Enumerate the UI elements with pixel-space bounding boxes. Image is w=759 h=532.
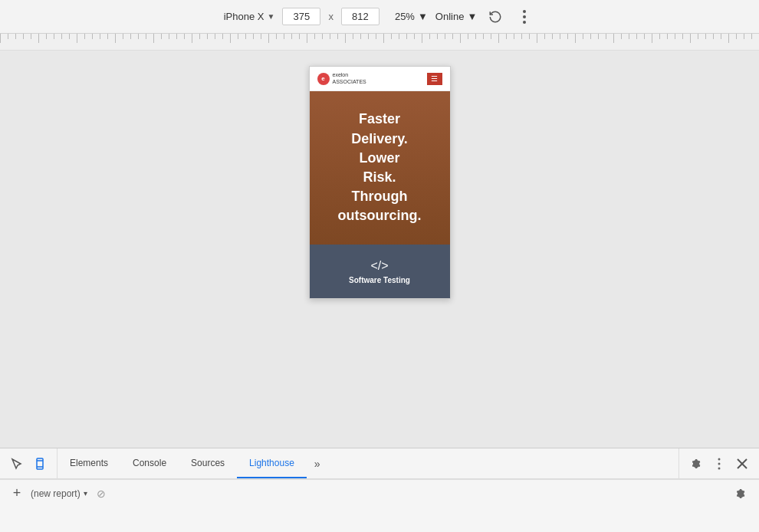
device-name-label: iPhone X (224, 11, 264, 22)
devtools-tabs-bar: Elements Console Sources Lighthouse » (0, 448, 759, 479)
devtools-right-icons (678, 448, 759, 478)
service-code-icon: </> (370, 259, 388, 273)
logo-letter: e (321, 75, 324, 82)
zoom-selector[interactable]: 25% ▼ (395, 11, 428, 22)
svg-point-8 (718, 467, 721, 469)
svg-point-6 (718, 458, 721, 460)
phone-service-section: </> Software Testing (310, 245, 450, 298)
ruler-ticks (0, 34, 759, 50)
logo-text: exelon ASSOCIATES (333, 72, 366, 85)
close-devtools-button[interactable] (731, 453, 753, 475)
cancel-report-button[interactable]: ⊘ (94, 486, 109, 501)
tab-console[interactable]: Console (120, 448, 179, 478)
svg-point-1 (523, 15, 526, 18)
phone-preview: e exelon ASSOCIATES ☰ FasterDelivery.Low… (309, 66, 451, 299)
device-toggle-button[interactable] (29, 453, 51, 475)
more-tabs-icon: » (314, 458, 320, 470)
dimension-separator: x (328, 11, 334, 22)
tab-elements[interactable]: Elements (58, 448, 120, 478)
report-chevron-icon: ▾ (84, 489, 87, 498)
more-button[interactable] (514, 6, 535, 28)
logo-name: exelon (333, 72, 366, 78)
svg-point-2 (523, 21, 526, 24)
viewport-area: e exelon ASSOCIATES ☰ FasterDelivery.Low… (0, 51, 759, 448)
zoom-chevron-icon: ▼ (418, 11, 428, 22)
kebab-menu-button[interactable] (708, 453, 730, 475)
add-icon: + (13, 485, 21, 501)
more-tabs-button[interactable]: » (307, 448, 328, 478)
phone-navbar: e exelon ASSOCIATES ☰ (310, 67, 450, 91)
width-input[interactable]: 375 (282, 8, 320, 25)
ruler (0, 34, 759, 51)
service-label: Software Testing (349, 276, 410, 284)
network-chevron-icon: ▼ (467, 11, 477, 22)
add-report-button[interactable]: + (9, 486, 25, 501)
devtools-left-icons (0, 448, 58, 478)
lighthouse-bottom-bar: + (new report) ▾ ⊘ (0, 479, 759, 507)
hero-text: FasterDelivery.LowerRisk.Throughoutsourc… (338, 110, 422, 225)
rotate-button[interactable] (485, 6, 506, 28)
devtools-panel: Elements Console Sources Lighthouse » (0, 448, 759, 532)
svg-point-7 (718, 462, 721, 465)
device-selector[interactable]: iPhone X ▼ (224, 11, 275, 22)
svg-point-0 (523, 10, 526, 13)
logo-icon: e (317, 73, 330, 85)
height-input[interactable]: 812 (341, 8, 380, 25)
logo-sub: ASSOCIATES (333, 79, 366, 85)
tab-sources[interactable]: Sources (179, 448, 237, 478)
inspect-element-button[interactable] (6, 453, 28, 475)
network-selector[interactable]: Online ▼ (435, 11, 477, 22)
report-placeholder: (new report) (31, 488, 80, 499)
report-selector[interactable]: (new report) ▾ (31, 488, 87, 499)
network-label: Online (435, 11, 465, 22)
device-chevron-icon: ▼ (268, 12, 275, 21)
tab-lighthouse[interactable]: Lighthouse (237, 448, 307, 478)
phone-logo: e exelon ASSOCIATES (317, 72, 366, 85)
settings-icon-button[interactable] (685, 453, 707, 475)
zoom-label: 25% (395, 11, 415, 22)
phone-hero-section: FasterDelivery.LowerRisk.Throughoutsourc… (310, 91, 450, 245)
phone-menu-button: ☰ (427, 73, 442, 85)
lighthouse-settings-button[interactable] (731, 484, 750, 503)
svg-rect-3 (37, 458, 43, 469)
device-toolbar: iPhone X ▼ 375 x 812 25% ▼ Online ▼ (0, 0, 759, 34)
